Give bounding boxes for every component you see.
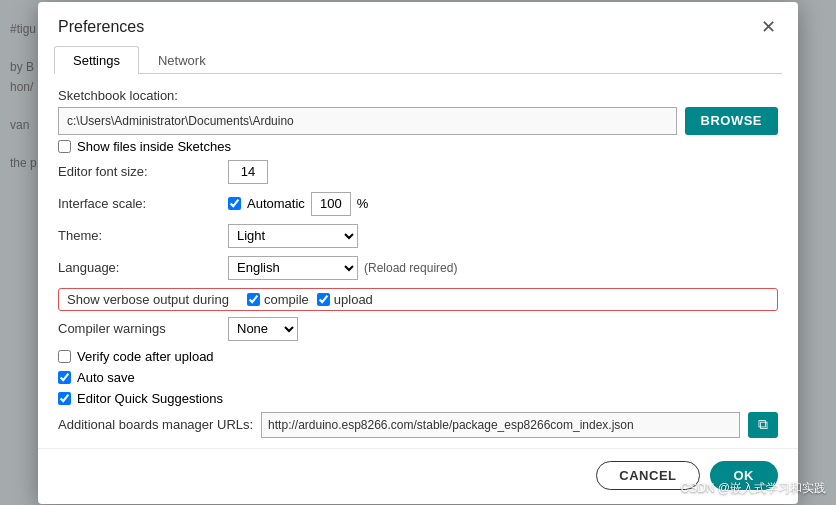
sketchbook-path-row: BROWSE: [58, 107, 778, 135]
additional-urls-label: Additional boards manager URLs:: [58, 417, 253, 432]
editor-suggestions-row: Editor Quick Suggestions: [58, 391, 778, 406]
compiler-warnings-select[interactable]: None Default More All: [228, 317, 298, 341]
interface-scale-label: Interface scale:: [58, 196, 228, 211]
language-select[interactable]: English 中文: [228, 256, 358, 280]
theme-row: Theme: Light Dark: [58, 224, 778, 248]
compile-label: compile: [264, 292, 309, 307]
editor-suggestions-label: Editor Quick Suggestions: [77, 391, 223, 406]
theme-select[interactable]: Light Dark: [228, 224, 358, 248]
additional-urls-icon-button[interactable]: ⧉: [748, 412, 778, 438]
close-button[interactable]: ✕: [755, 16, 782, 38]
dialog-body: Sketchbook location: BROWSE Show files i…: [38, 74, 798, 448]
additional-urls-input[interactable]: [261, 412, 740, 438]
editor-suggestions-checkbox[interactable]: [58, 392, 71, 405]
dialog-header: Preferences ✕: [38, 2, 798, 38]
scale-unit: %: [357, 196, 369, 211]
automatic-checkbox[interactable]: [228, 197, 241, 210]
reload-note: (Reload required): [364, 261, 457, 275]
theme-label: Theme:: [58, 228, 228, 243]
tab-network[interactable]: Network: [139, 46, 225, 74]
verify-code-checkbox[interactable]: [58, 350, 71, 363]
additional-urls-row: Additional boards manager URLs: ⧉: [58, 412, 778, 438]
editor-font-row: Editor font size:: [58, 160, 778, 184]
interface-scale-row: Interface scale: Automatic %: [58, 192, 778, 216]
sketchbook-path-input[interactable]: [58, 107, 677, 135]
verbose-checks: compile upload: [247, 292, 373, 307]
compiler-warnings-label: Compiler warnings: [58, 321, 228, 336]
verify-code-row: Verify code after upload: [58, 349, 778, 364]
auto-save-label: Auto save: [77, 370, 135, 385]
verify-code-label: Verify code after upload: [77, 349, 214, 364]
compiler-warnings-row: Compiler warnings None Default More All: [58, 317, 778, 341]
language-label: Language:: [58, 260, 228, 275]
show-files-label: Show files inside Sketches: [77, 139, 231, 154]
show-files-row: Show files inside Sketches: [58, 139, 778, 154]
show-files-checkbox[interactable]: [58, 140, 71, 153]
auto-save-row: Auto save: [58, 370, 778, 385]
preferences-dialog: Preferences ✕ Settings Network Sketchboo…: [38, 2, 798, 504]
verbose-label: Show verbose output during: [67, 292, 237, 307]
auto-save-checkbox[interactable]: [58, 371, 71, 384]
verbose-row: Show verbose output during compile uploa…: [58, 288, 778, 311]
upload-checkbox[interactable]: [317, 293, 330, 306]
automatic-label: Automatic: [247, 196, 305, 211]
tab-settings[interactable]: Settings: [54, 46, 139, 74]
upload-label: upload: [334, 292, 373, 307]
interface-scale-controls: Automatic %: [228, 192, 368, 216]
editor-font-label: Editor font size:: [58, 164, 228, 179]
watermark: CSDN @嵌入式学习和实践: [680, 480, 826, 497]
browse-button[interactable]: BROWSE: [685, 107, 779, 135]
scale-value-input[interactable]: [311, 192, 351, 216]
compile-checkbox[interactable]: [247, 293, 260, 306]
dialog-title: Preferences: [58, 18, 144, 36]
tabs-row: Settings Network: [54, 46, 782, 74]
compile-check-label: compile: [247, 292, 309, 307]
sketchbook-label: Sketchbook location:: [58, 88, 778, 103]
upload-check-label: upload: [317, 292, 373, 307]
language-row: Language: English 中文 (Reload required): [58, 256, 778, 280]
editor-font-input[interactable]: [228, 160, 268, 184]
